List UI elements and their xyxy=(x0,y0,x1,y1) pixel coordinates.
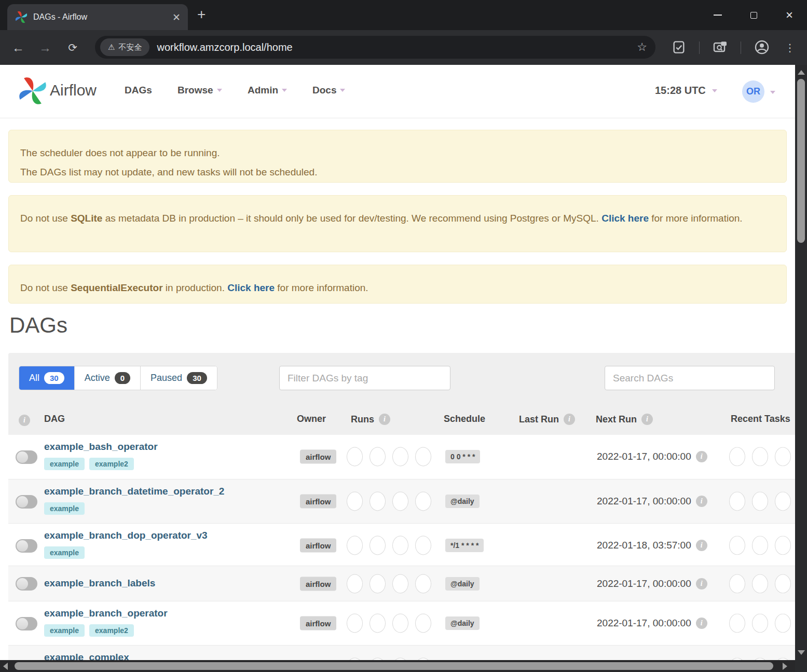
info-icon[interactable]: i xyxy=(19,415,30,426)
pause-toggle[interactable] xyxy=(16,495,37,509)
pause-toggle[interactable] xyxy=(16,450,37,464)
clock-dropdown[interactable]: 15:28 UTC xyxy=(655,85,717,97)
col-schedule[interactable]: Schedule xyxy=(444,414,485,424)
maximize-icon xyxy=(750,12,757,19)
sqlite-click-here-link[interactable]: Click here xyxy=(601,213,649,224)
col-runs[interactable]: Runsi xyxy=(351,414,390,425)
table-row: example_branch_operator exampleexample2 … xyxy=(8,601,795,645)
toolbar-divider xyxy=(741,42,741,54)
nav-docs[interactable]: Docs xyxy=(312,85,345,96)
airflow-page: Airflow DAGs Browse Admin Docs 15:28 UTC… xyxy=(0,65,795,660)
tab-close-icon[interactable]: ✕ xyxy=(172,11,181,23)
owner-badge[interactable]: airflow xyxy=(300,577,336,591)
dag-tag[interactable]: example xyxy=(44,502,85,515)
maximize-button[interactable] xyxy=(742,0,765,30)
dag-table-body: example_bash_operator exampleexample2 ai… xyxy=(8,435,795,660)
menu-kebab-icon[interactable]: ⋮ xyxy=(779,30,800,65)
back-button[interactable]: ← xyxy=(8,30,29,65)
pause-toggle[interactable] xyxy=(16,539,37,553)
user-avatar[interactable]: OR xyxy=(742,80,764,103)
owner-badge[interactable]: airflow xyxy=(300,616,336,630)
owner-badge[interactable]: airflow xyxy=(300,450,336,464)
scroll-up-icon[interactable] xyxy=(798,70,805,75)
airflow-favicon xyxy=(15,10,28,24)
col-owner[interactable]: Owner xyxy=(297,414,326,424)
scroll-left-icon[interactable] xyxy=(3,663,8,670)
reload-button[interactable]: ⟳ xyxy=(62,30,83,65)
next-run-date: 2022-01-17, 00:00:00 xyxy=(597,496,691,507)
info-icon[interactable]: i xyxy=(379,414,390,425)
pause-toggle[interactable] xyxy=(16,577,37,591)
dag-link[interactable]: example_bash_operator xyxy=(44,441,158,452)
dag-link[interactable]: example_branch_labels xyxy=(44,578,155,589)
dag-search-input[interactable] xyxy=(605,366,775,390)
chevron-down-icon xyxy=(340,89,345,92)
chevron-down-icon xyxy=(217,89,222,92)
owner-badge[interactable]: airflow xyxy=(300,495,336,509)
chevron-down-icon[interactable] xyxy=(770,91,775,94)
new-tab-button[interactable]: + xyxy=(197,6,206,23)
info-icon[interactable]: i xyxy=(641,414,653,425)
scroll-down-icon[interactable] xyxy=(798,650,805,655)
dag-tag[interactable]: example xyxy=(44,546,85,559)
info-icon[interactable]: i xyxy=(696,540,707,551)
horizontal-scrollbar-thumb[interactable] xyxy=(15,662,773,670)
nav-browse[interactable]: Browse xyxy=(177,85,222,96)
tab-search-icon[interactable] xyxy=(712,39,729,56)
scheduler-warning-line1: The scheduler does not appear to be runn… xyxy=(20,143,775,162)
executor-click-here-link[interactable]: Click here xyxy=(227,282,275,293)
nav-dags[interactable]: DAGs xyxy=(125,85,152,96)
vertical-scrollbar[interactable] xyxy=(795,65,807,672)
col-next-run[interactable]: Next Runi xyxy=(596,414,653,425)
count-badge: 30 xyxy=(187,372,207,384)
airflow-brand: Airflow xyxy=(50,81,97,99)
side-panel-bookmarks-icon[interactable] xyxy=(671,39,687,56)
vertical-scrollbar-thumb[interactable] xyxy=(797,79,805,243)
scroll-right-icon[interactable] xyxy=(783,663,787,670)
tab-all[interactable]: All30 xyxy=(19,366,74,390)
executor-warning-banner: Do not use SequentialExecutor in product… xyxy=(8,265,787,304)
close-button[interactable]: × xyxy=(777,0,801,30)
forward-button[interactable]: → xyxy=(35,30,56,65)
dag-tag[interactable]: example xyxy=(44,624,85,637)
dag-tag[interactable]: example xyxy=(44,458,85,470)
tab-active[interactable]: Active0 xyxy=(74,366,140,390)
sqlite-warning-banner: Do not use SQLite as metadata DB in prod… xyxy=(8,195,787,252)
nav-admin[interactable]: Admin xyxy=(248,85,287,96)
pause-toggle[interactable] xyxy=(16,617,37,630)
url-text: workflow.amzcorp.local/home xyxy=(157,42,292,53)
owner-badge[interactable]: airflow xyxy=(300,539,336,553)
tab-paused[interactable]: Paused30 xyxy=(140,366,217,390)
runs-status-circles xyxy=(347,536,431,555)
address-bar[interactable]: ⚠ 不安全 workflow.amzcorp.local/home ☆ xyxy=(95,36,655,59)
dag-link[interactable]: example_branch_dop_operator_v3 xyxy=(44,530,208,541)
dag-link[interactable]: example_branch_operator xyxy=(44,608,168,619)
info-icon[interactable]: i xyxy=(696,618,707,629)
info-icon[interactable]: i xyxy=(564,414,575,425)
profile-icon[interactable] xyxy=(754,39,770,56)
browser-window: DAGs - Airflow ✕ + × ← → ⟳ ⚠ 不安全 workflo… xyxy=(0,0,807,672)
tag-filter-input[interactable] xyxy=(279,366,450,390)
minimize-button[interactable] xyxy=(706,0,730,30)
scheduler-warning-line2: The DAGs list may not update, and new ta… xyxy=(20,162,775,182)
col-recent-tasks[interactable]: Recent Tasks xyxy=(731,414,790,424)
dag-tag[interactable]: example2 xyxy=(89,458,134,470)
info-icon[interactable]: i xyxy=(696,578,707,589)
horizontal-scrollbar[interactable] xyxy=(0,660,795,672)
bookmark-star-icon[interactable]: ☆ xyxy=(637,40,647,54)
info-icon[interactable]: i xyxy=(696,496,707,507)
security-chip[interactable]: ⚠ 不安全 xyxy=(100,38,149,56)
table-row: example_branch_dop_operator_v3 example a… xyxy=(8,523,795,566)
info-icon[interactable]: i xyxy=(696,451,707,462)
recent-tasks-circles xyxy=(729,447,795,467)
dag-link[interactable]: example_complex xyxy=(44,652,129,660)
scheduler-warning-banner: The scheduler does not appear to be runn… xyxy=(8,130,787,183)
col-dag[interactable]: DAG xyxy=(44,414,65,424)
browser-tab[interactable]: DAGs - Airflow ✕ xyxy=(7,4,188,30)
dag-link[interactable]: example_branch_datetime_operator_2 xyxy=(44,486,224,497)
airflow-navbar: Airflow DAGs Browse Admin Docs 15:28 UTC… xyxy=(0,65,795,118)
minimize-icon xyxy=(714,15,722,16)
close-icon: × xyxy=(786,9,793,21)
col-last-run[interactable]: Last Runi xyxy=(519,414,575,425)
dag-tag[interactable]: example2 xyxy=(89,624,134,637)
